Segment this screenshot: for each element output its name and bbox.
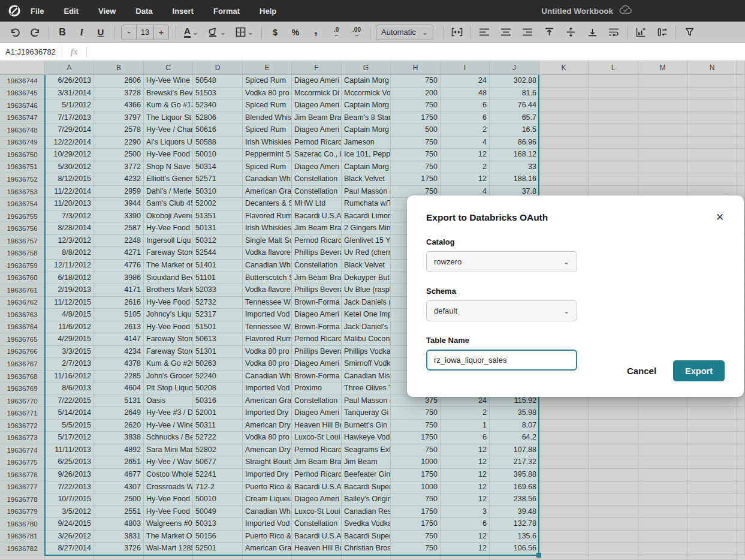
bold-button[interactable]: B [55,24,70,41]
cell[interactable]: Ice 101, Peppe [342,149,391,161]
cell[interactable]: Blended Whis [243,112,292,125]
cell[interactable]: 5/30/2012 [45,161,94,174]
cell[interactable] [589,481,638,494]
cell[interactable]: Pit Stop Liquo [144,383,193,395]
cell[interactable]: Ketel One Imp [342,309,391,321]
cell[interactable]: Pernod Ricard [292,137,342,149]
cell[interactable] [638,518,687,531]
cell[interactable] [539,456,589,469]
cell[interactable]: 4171 [94,284,144,297]
cell[interactable]: 65.7 [490,112,539,125]
column-header-partial[interactable] [737,61,745,75]
column-header-F[interactable]: F [292,61,342,75]
cell[interactable]: 6/26/2013 [45,75,94,88]
cell[interactable]: Jim Beam [342,456,391,469]
row-header[interactable]: 19636760 [0,272,45,285]
row-header[interactable]: 19636752 [0,173,45,186]
cell[interactable]: 1750 [391,432,441,444]
cell[interactable]: 750 [391,149,441,161]
cell[interactable]: Seagrams Ext [342,444,391,457]
cell[interactable]: 52002 [193,198,243,210]
cell[interactable]: Bacardi Super [342,531,391,543]
cell[interactable]: 52317 [193,309,243,321]
row-header[interactable]: 19636780 [0,518,45,531]
cell[interactable]: 52732 [193,297,243,309]
cell[interactable]: American Dry [243,444,292,457]
cell[interactable]: 50049 [193,506,243,519]
cell[interactable]: 6 [441,518,490,531]
workbook-title[interactable]: Untitled Workbook [541,7,613,16]
cell[interactable]: 1750 [391,518,441,531]
cell[interactable]: Diageo Ameri [292,407,342,420]
cell[interactable] [539,531,589,543]
cell[interactable]: Spiced Rum [243,161,292,174]
cell[interactable]: Proximo [292,383,342,395]
cell[interactable] [539,518,589,531]
cell[interactable]: Heaven Hill Br [292,420,342,432]
cell[interactable] [589,407,638,420]
column-header-D[interactable]: D [193,61,243,75]
cell[interactable]: 6 [441,100,490,112]
cell[interactable]: Brown-Forma [292,297,342,309]
cell[interactable]: 2 [441,124,490,137]
cell[interactable]: Straight Bourb [243,456,292,469]
cell[interactable]: Hy-Vee / Wine [144,420,193,432]
app-logo-icon[interactable] [8,4,21,17]
cell[interactable]: 4677 [94,469,144,481]
cell[interactable]: 12 [441,173,490,186]
cell[interactable]: Rumchata w/T [342,198,391,210]
cell[interactable]: The Liquor St [144,112,193,125]
column-header-C[interactable]: C [144,61,193,75]
cell[interactable]: American Gra [243,186,292,198]
row-header[interactable] [0,555,45,560]
cell[interactable] [539,173,589,186]
cell[interactable] [687,124,737,137]
cell[interactable]: Captain Morg [342,75,391,88]
cell[interactable] [737,518,745,531]
cell[interactable]: 50613 [193,333,243,346]
cell[interactable]: Beefeater Gin [342,469,391,481]
cell[interactable]: Shop N Save [144,161,193,174]
cell[interactable]: Pernod Ricard [292,444,342,457]
cell[interactable]: 2 [441,161,490,174]
cell[interactable]: Dekuyper But [342,272,391,285]
cell[interactable]: 4366 [94,100,144,112]
cell[interactable]: 4 [441,137,490,149]
cell[interactable]: 51501 [193,321,243,334]
increase-decimal-button[interactable]: .00→ [349,24,364,41]
cell[interactable]: Decanters & S [243,198,292,210]
cell[interactable] [687,100,737,112]
cell[interactable]: 51101 [193,272,243,285]
cell[interactable]: 11/12/2015 [45,297,94,309]
cell[interactable]: Luxco-St Loui [292,432,342,444]
cell[interactable]: 169.68 [490,481,539,494]
cell[interactable] [638,75,687,88]
row-header[interactable]: 19636764 [0,321,45,334]
cell[interactable] [737,100,745,112]
font-size-increase-button[interactable]: + [154,25,168,40]
cell[interactable]: 3944 [94,198,144,210]
cell[interactable]: 9/26/2013 [45,469,94,481]
cell[interactable]: Diageo Ameri [292,100,342,112]
cell[interactable] [539,469,589,481]
cell[interactable]: 50588 [193,137,243,149]
cell[interactable]: 4604 [94,383,144,395]
cell[interactable] [687,555,737,560]
cell[interactable]: 2649 [94,407,144,420]
row-header[interactable]: 19636754 [0,198,45,210]
cell[interactable]: 11/20/2013 [45,198,94,210]
column-header-B[interactable]: B [94,61,144,75]
cell[interactable]: 50316 [193,395,243,408]
cell[interactable]: 12/22/2014 [45,137,94,149]
cell[interactable]: Wal-Mart 1285 [144,543,193,555]
cell[interactable]: 1 [441,420,490,432]
cell[interactable] [638,469,687,481]
cell[interactable]: 50311 [193,420,243,432]
cell[interactable] [737,456,745,469]
cell[interactable]: Mccormick Vo [342,88,391,100]
borders-button[interactable]: ⌄ [233,24,256,41]
align-right-button[interactable] [520,24,535,41]
menu-help[interactable]: Help [260,7,276,16]
cell[interactable]: 2651 [94,456,144,469]
cell[interactable]: 1000 [391,481,441,494]
